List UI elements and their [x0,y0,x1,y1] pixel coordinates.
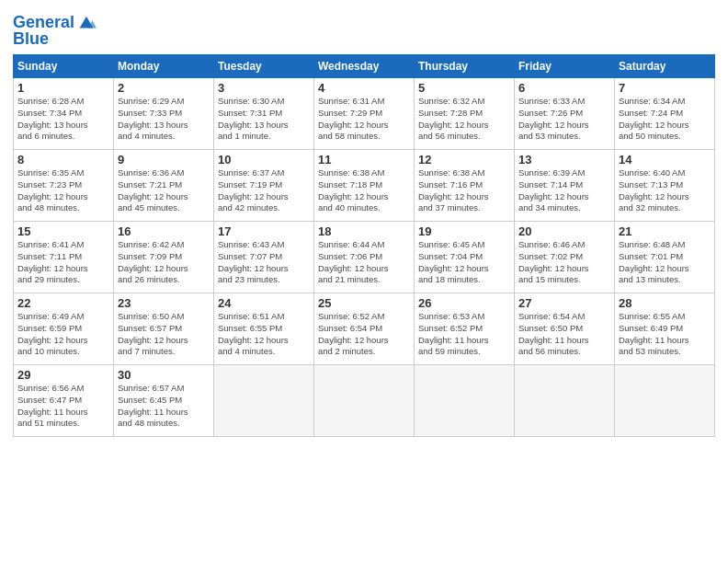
calendar-cell: 15Sunrise: 6:41 AMSunset: 7:11 PMDayligh… [14,222,114,293]
day-number: 13 [518,153,610,167]
day-info: Sunrise: 6:41 AMSunset: 7:11 PMDaylight:… [17,239,109,286]
header: General Blue [13,9,715,49]
calendar-cell: 22Sunrise: 6:49 AMSunset: 6:59 PMDayligh… [14,293,114,365]
day-info: Sunrise: 6:35 AMSunset: 7:23 PMDaylight:… [17,167,109,214]
day-number: 17 [218,224,310,238]
calendar-cell: 30Sunrise: 6:57 AMSunset: 6:45 PMDayligh… [114,365,214,437]
calendar-cell: 20Sunrise: 6:46 AMSunset: 7:02 PMDayligh… [515,222,615,293]
calendar-cell: 17Sunrise: 6:43 AMSunset: 7:07 PMDayligh… [214,222,314,293]
week-row-2: 8Sunrise: 6:35 AMSunset: 7:23 PMDaylight… [14,150,715,222]
calendar-cell: 5Sunrise: 6:32 AMSunset: 7:28 PMDaylight… [415,78,515,150]
day-number: 12 [418,153,510,167]
calendar-cell: 18Sunrise: 6:44 AMSunset: 7:06 PMDayligh… [314,222,415,293]
calendar-cell: 14Sunrise: 6:40 AMSunset: 7:13 PMDayligh… [615,150,715,222]
calendar-cell: 3Sunrise: 6:30 AMSunset: 7:31 PMDaylight… [214,78,314,150]
day-number: 14 [619,153,711,167]
day-number: 24 [218,296,310,310]
calendar-cell: 16Sunrise: 6:42 AMSunset: 7:09 PMDayligh… [114,222,214,293]
day-info: Sunrise: 6:30 AMSunset: 7:31 PMDaylight:… [218,96,310,143]
page-container: General Blue SundayMondayTuesdayWednesda… [0,0,728,444]
day-info: Sunrise: 6:45 AMSunset: 7:04 PMDaylight:… [418,239,510,286]
day-info: Sunrise: 6:37 AMSunset: 7:19 PMDaylight:… [218,167,310,214]
day-number: 20 [518,224,610,238]
week-row-1: 1Sunrise: 6:28 AMSunset: 7:34 PMDaylight… [14,78,715,150]
day-number: 23 [118,296,210,310]
calendar-cell: 21Sunrise: 6:48 AMSunset: 7:01 PMDayligh… [615,222,715,293]
calendar-cell: 2Sunrise: 6:29 AMSunset: 7:33 PMDaylight… [114,78,214,150]
calendar-cell: 26Sunrise: 6:53 AMSunset: 6:52 PMDayligh… [415,293,515,365]
calendar-cell: 25Sunrise: 6:52 AMSunset: 6:54 PMDayligh… [314,293,415,365]
day-info: Sunrise: 6:55 AMSunset: 6:49 PMDaylight:… [619,311,711,358]
day-info: Sunrise: 6:48 AMSunset: 7:01 PMDaylight:… [619,239,711,286]
day-number: 27 [518,296,610,310]
day-info: Sunrise: 6:43 AMSunset: 7:07 PMDaylight:… [218,239,310,286]
day-info: Sunrise: 6:38 AMSunset: 7:16 PMDaylight:… [418,167,510,214]
calendar-body: 1Sunrise: 6:28 AMSunset: 7:34 PMDaylight… [14,78,715,437]
day-info: Sunrise: 6:28 AMSunset: 7:34 PMDaylight:… [17,96,109,143]
calendar-cell: 28Sunrise: 6:55 AMSunset: 6:49 PMDayligh… [615,293,715,365]
day-info: Sunrise: 6:29 AMSunset: 7:33 PMDaylight:… [118,96,210,143]
day-number: 6 [518,81,610,95]
day-info: Sunrise: 6:31 AMSunset: 7:29 PMDaylight:… [318,96,410,143]
day-number: 3 [218,81,310,95]
day-info: Sunrise: 6:40 AMSunset: 7:13 PMDaylight:… [619,167,711,214]
logo: General Blue [13,13,97,49]
day-info: Sunrise: 6:42 AMSunset: 7:09 PMDaylight:… [118,239,210,286]
calendar-cell: 23Sunrise: 6:50 AMSunset: 6:57 PMDayligh… [114,293,214,365]
day-info: Sunrise: 6:33 AMSunset: 7:26 PMDaylight:… [518,96,610,143]
weekday-header-saturday: Saturday [615,55,715,78]
day-info: Sunrise: 6:52 AMSunset: 6:54 PMDaylight:… [318,311,410,358]
week-row-4: 22Sunrise: 6:49 AMSunset: 6:59 PMDayligh… [14,293,715,365]
calendar-cell [415,365,515,437]
calendar-cell [314,365,415,437]
weekday-header-friday: Friday [515,55,615,78]
day-info: Sunrise: 6:34 AMSunset: 7:24 PMDaylight:… [619,96,711,143]
weekday-header-wednesday: Wednesday [314,55,415,78]
day-number: 4 [318,81,410,95]
calendar-cell [515,365,615,437]
day-number: 15 [17,224,109,238]
day-number: 16 [118,224,210,238]
day-info: Sunrise: 6:39 AMSunset: 7:14 PMDaylight:… [518,167,610,214]
calendar-cell: 13Sunrise: 6:39 AMSunset: 7:14 PMDayligh… [515,150,615,222]
calendar-cell: 7Sunrise: 6:34 AMSunset: 7:24 PMDaylight… [615,78,715,150]
day-number: 9 [118,153,210,167]
calendar-cell: 12Sunrise: 6:38 AMSunset: 7:16 PMDayligh… [415,150,515,222]
weekday-header-tuesday: Tuesday [214,55,314,78]
calendar-cell [214,365,314,437]
weekday-header-monday: Monday [114,55,214,78]
weekday-header-row: SundayMondayTuesdayWednesdayThursdayFrid… [14,55,715,78]
day-number: 8 [17,153,109,167]
day-number: 1 [17,81,109,95]
calendar-cell: 1Sunrise: 6:28 AMSunset: 7:34 PMDaylight… [14,78,114,150]
day-info: Sunrise: 6:38 AMSunset: 7:18 PMDaylight:… [318,167,410,214]
day-number: 18 [318,224,410,238]
calendar-cell: 4Sunrise: 6:31 AMSunset: 7:29 PMDaylight… [314,78,415,150]
day-info: Sunrise: 6:32 AMSunset: 7:28 PMDaylight:… [418,96,510,143]
day-info: Sunrise: 6:51 AMSunset: 6:55 PMDaylight:… [218,311,310,358]
calendar-cell: 8Sunrise: 6:35 AMSunset: 7:23 PMDaylight… [14,150,114,222]
calendar-cell: 6Sunrise: 6:33 AMSunset: 7:26 PMDaylight… [515,78,615,150]
day-info: Sunrise: 6:49 AMSunset: 6:59 PMDaylight:… [17,311,109,358]
day-number: 19 [418,224,510,238]
day-number: 25 [318,296,410,310]
day-number: 30 [118,368,210,382]
week-row-5: 29Sunrise: 6:56 AMSunset: 6:47 PMDayligh… [14,365,715,437]
day-number: 28 [619,296,711,310]
week-row-3: 15Sunrise: 6:41 AMSunset: 7:11 PMDayligh… [14,222,715,293]
day-number: 21 [619,224,711,238]
day-number: 2 [118,81,210,95]
calendar-cell: 24Sunrise: 6:51 AMSunset: 6:55 PMDayligh… [214,293,314,365]
day-info: Sunrise: 6:36 AMSunset: 7:21 PMDaylight:… [118,167,210,214]
day-info: Sunrise: 6:46 AMSunset: 7:02 PMDaylight:… [518,239,610,286]
day-number: 5 [418,81,510,95]
day-info: Sunrise: 6:53 AMSunset: 6:52 PMDaylight:… [418,311,510,358]
day-number: 26 [418,296,510,310]
day-info: Sunrise: 6:57 AMSunset: 6:45 PMDaylight:… [118,383,210,430]
calendar-cell: 11Sunrise: 6:38 AMSunset: 7:18 PMDayligh… [314,150,415,222]
day-info: Sunrise: 6:56 AMSunset: 6:47 PMDaylight:… [17,383,109,430]
day-info: Sunrise: 6:50 AMSunset: 6:57 PMDaylight:… [118,311,210,358]
calendar-cell: 29Sunrise: 6:56 AMSunset: 6:47 PMDayligh… [14,365,114,437]
calendar-cell: 9Sunrise: 6:36 AMSunset: 7:21 PMDaylight… [114,150,214,222]
day-number: 29 [17,368,109,382]
